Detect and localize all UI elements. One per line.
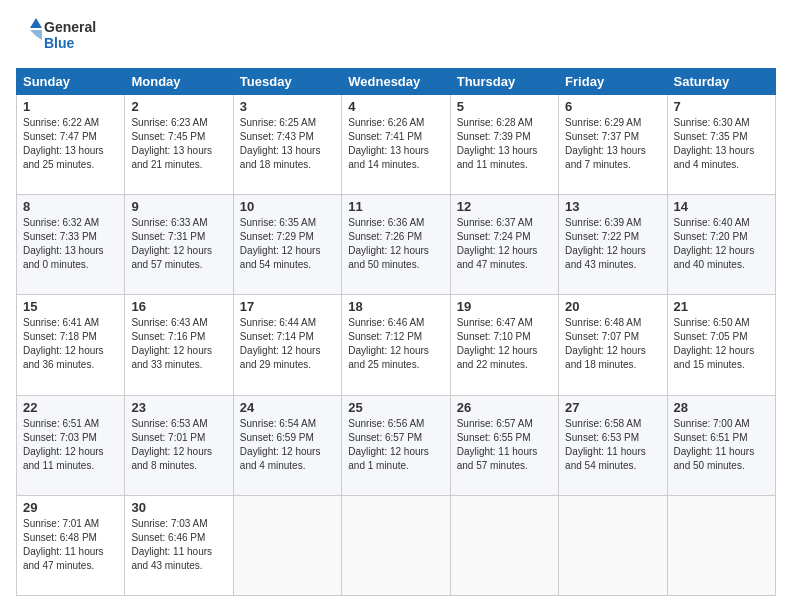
calendar-cell: 3Sunrise: 6:25 AMSunset: 7:43 PMDaylight… [233,95,341,195]
day-number: 22 [23,400,118,415]
col-header-friday: Friday [559,69,667,95]
calendar-cell: 29Sunrise: 7:01 AMSunset: 6:48 PMDayligh… [17,495,125,595]
day-number: 4 [348,99,443,114]
cell-details: Sunrise: 6:40 AMSunset: 7:20 PMDaylight:… [674,216,769,272]
calendar-cell: 2Sunrise: 6:23 AMSunset: 7:45 PMDaylight… [125,95,233,195]
cell-details: Sunrise: 6:44 AMSunset: 7:14 PMDaylight:… [240,316,335,372]
cell-details: Sunrise: 6:58 AMSunset: 6:53 PMDaylight:… [565,417,660,473]
day-number: 25 [348,400,443,415]
day-number: 9 [131,199,226,214]
cell-details: Sunrise: 6:54 AMSunset: 6:59 PMDaylight:… [240,417,335,473]
day-number: 7 [674,99,769,114]
calendar-cell: 16Sunrise: 6:43 AMSunset: 7:16 PMDayligh… [125,295,233,395]
cell-details: Sunrise: 6:36 AMSunset: 7:26 PMDaylight:… [348,216,443,272]
day-number: 26 [457,400,552,415]
calendar-cell: 14Sunrise: 6:40 AMSunset: 7:20 PMDayligh… [667,195,775,295]
day-number: 18 [348,299,443,314]
day-number: 12 [457,199,552,214]
calendar-cell [559,495,667,595]
calendar-cell: 22Sunrise: 6:51 AMSunset: 7:03 PMDayligh… [17,395,125,495]
calendar-cell: 26Sunrise: 6:57 AMSunset: 6:55 PMDayligh… [450,395,558,495]
day-number: 10 [240,199,335,214]
cell-details: Sunrise: 6:41 AMSunset: 7:18 PMDaylight:… [23,316,118,372]
col-header-wednesday: Wednesday [342,69,450,95]
day-number: 23 [131,400,226,415]
cell-details: Sunrise: 6:47 AMSunset: 7:10 PMDaylight:… [457,316,552,372]
col-header-tuesday: Tuesday [233,69,341,95]
calendar-cell: 6Sunrise: 6:29 AMSunset: 7:37 PMDaylight… [559,95,667,195]
day-number: 24 [240,400,335,415]
calendar-cell: 9Sunrise: 6:33 AMSunset: 7:31 PMDaylight… [125,195,233,295]
calendar-cell: 23Sunrise: 6:53 AMSunset: 7:01 PMDayligh… [125,395,233,495]
calendar-cell: 8Sunrise: 6:32 AMSunset: 7:33 PMDaylight… [17,195,125,295]
day-number: 16 [131,299,226,314]
day-number: 29 [23,500,118,515]
calendar-cell: 28Sunrise: 7:00 AMSunset: 6:51 PMDayligh… [667,395,775,495]
calendar-cell: 27Sunrise: 6:58 AMSunset: 6:53 PMDayligh… [559,395,667,495]
cell-details: Sunrise: 6:46 AMSunset: 7:12 PMDaylight:… [348,316,443,372]
cell-details: Sunrise: 6:57 AMSunset: 6:55 PMDaylight:… [457,417,552,473]
svg-marker-3 [30,30,42,40]
day-number: 8 [23,199,118,214]
day-number: 5 [457,99,552,114]
svg-text:Blue: Blue [44,35,75,51]
cell-details: Sunrise: 6:26 AMSunset: 7:41 PMDaylight:… [348,116,443,172]
cell-details: Sunrise: 6:33 AMSunset: 7:31 PMDaylight:… [131,216,226,272]
cell-details: Sunrise: 6:48 AMSunset: 7:07 PMDaylight:… [565,316,660,372]
svg-marker-2 [30,18,42,28]
cell-details: Sunrise: 6:50 AMSunset: 7:05 PMDaylight:… [674,316,769,372]
calendar-cell [233,495,341,595]
day-number: 2 [131,99,226,114]
cell-details: Sunrise: 6:29 AMSunset: 7:37 PMDaylight:… [565,116,660,172]
calendar-cell: 19Sunrise: 6:47 AMSunset: 7:10 PMDayligh… [450,295,558,395]
day-number: 1 [23,99,118,114]
logo: General Blue [16,16,106,58]
logo-svg: General Blue [16,16,106,58]
calendar-cell: 21Sunrise: 6:50 AMSunset: 7:05 PMDayligh… [667,295,775,395]
calendar-cell: 18Sunrise: 6:46 AMSunset: 7:12 PMDayligh… [342,295,450,395]
calendar-cell: 13Sunrise: 6:39 AMSunset: 7:22 PMDayligh… [559,195,667,295]
cell-details: Sunrise: 6:56 AMSunset: 6:57 PMDaylight:… [348,417,443,473]
calendar-cell [450,495,558,595]
calendar-cell [667,495,775,595]
calendar-cell: 12Sunrise: 6:37 AMSunset: 7:24 PMDayligh… [450,195,558,295]
day-number: 19 [457,299,552,314]
day-number: 30 [131,500,226,515]
col-header-sunday: Sunday [17,69,125,95]
calendar-cell: 4Sunrise: 6:26 AMSunset: 7:41 PMDaylight… [342,95,450,195]
cell-details: Sunrise: 6:43 AMSunset: 7:16 PMDaylight:… [131,316,226,372]
cell-details: Sunrise: 6:35 AMSunset: 7:29 PMDaylight:… [240,216,335,272]
cell-details: Sunrise: 6:30 AMSunset: 7:35 PMDaylight:… [674,116,769,172]
day-number: 27 [565,400,660,415]
cell-details: Sunrise: 6:37 AMSunset: 7:24 PMDaylight:… [457,216,552,272]
day-number: 6 [565,99,660,114]
cell-details: Sunrise: 6:23 AMSunset: 7:45 PMDaylight:… [131,116,226,172]
cell-details: Sunrise: 6:39 AMSunset: 7:22 PMDaylight:… [565,216,660,272]
day-number: 15 [23,299,118,314]
calendar-cell [342,495,450,595]
calendar-cell: 7Sunrise: 6:30 AMSunset: 7:35 PMDaylight… [667,95,775,195]
day-number: 28 [674,400,769,415]
calendar-cell: 15Sunrise: 6:41 AMSunset: 7:18 PMDayligh… [17,295,125,395]
cell-details: Sunrise: 7:01 AMSunset: 6:48 PMDaylight:… [23,517,118,573]
cell-details: Sunrise: 6:51 AMSunset: 7:03 PMDaylight:… [23,417,118,473]
cell-details: Sunrise: 6:22 AMSunset: 7:47 PMDaylight:… [23,116,118,172]
calendar-cell: 30Sunrise: 7:03 AMSunset: 6:46 PMDayligh… [125,495,233,595]
calendar-cell: 25Sunrise: 6:56 AMSunset: 6:57 PMDayligh… [342,395,450,495]
day-number: 17 [240,299,335,314]
calendar-cell: 17Sunrise: 6:44 AMSunset: 7:14 PMDayligh… [233,295,341,395]
day-number: 21 [674,299,769,314]
col-header-saturday: Saturday [667,69,775,95]
cell-details: Sunrise: 6:28 AMSunset: 7:39 PMDaylight:… [457,116,552,172]
calendar-cell: 10Sunrise: 6:35 AMSunset: 7:29 PMDayligh… [233,195,341,295]
day-number: 13 [565,199,660,214]
calendar-cell: 24Sunrise: 6:54 AMSunset: 6:59 PMDayligh… [233,395,341,495]
cell-details: Sunrise: 6:25 AMSunset: 7:43 PMDaylight:… [240,116,335,172]
day-number: 11 [348,199,443,214]
calendar-cell: 5Sunrise: 6:28 AMSunset: 7:39 PMDaylight… [450,95,558,195]
cell-details: Sunrise: 6:53 AMSunset: 7:01 PMDaylight:… [131,417,226,473]
day-number: 14 [674,199,769,214]
day-number: 3 [240,99,335,114]
calendar-cell: 20Sunrise: 6:48 AMSunset: 7:07 PMDayligh… [559,295,667,395]
cell-details: Sunrise: 6:32 AMSunset: 7:33 PMDaylight:… [23,216,118,272]
